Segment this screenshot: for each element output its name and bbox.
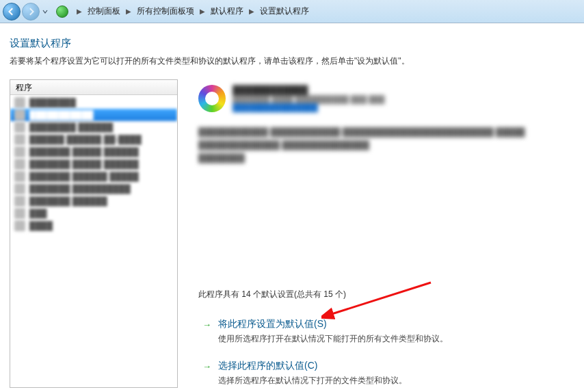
programs-header: 程序 xyxy=(10,80,177,95)
breadcrumb[interactable]: ▶ 控制面板 ▶ 所有控制面板项 ▶ 默认程序 ▶ 设置默认程序 xyxy=(72,5,310,17)
title-bar: ▶ 控制面板 ▶ 所有控制面板项 ▶ 默认程序 ▶ 设置默认程序 xyxy=(0,0,584,23)
action-list: → 将此程序设置为默认值(S) 使用所选程序打开在默认情况下能打开的所有文件类型… xyxy=(198,318,570,392)
list-item[interactable]: ████████ ██████ xyxy=(10,121,177,133)
list-item[interactable]: ███████ ██████████ xyxy=(10,183,177,195)
set-as-default-action[interactable]: → 将此程序设置为默认值(S) 使用所选程序打开在默认情况下能打开的所有文件类型… xyxy=(198,318,570,345)
content-area: 设置默认程序 若要将某个程序设置为它可以打开的所有文件类型和协议的默认程序，请单… xyxy=(0,23,584,392)
breadcrumb-item[interactable]: 控制面板 xyxy=(86,5,122,17)
arrow-right-icon: → xyxy=(202,361,211,387)
breadcrumb-item[interactable]: 默认程序 xyxy=(209,5,245,17)
app-description: ████████████ ████████████ ██████████████… xyxy=(198,126,570,166)
arrow-right-icon: → xyxy=(202,319,211,345)
defaults-count: 此程序具有 14 个默认设置(总共有 15 个) xyxy=(198,289,570,300)
programs-panel: 程序 ████████ ███████████ ████████ ██████ … xyxy=(10,79,178,388)
list-item[interactable]: ███ xyxy=(10,207,177,220)
choose-defaults-action[interactable]: → 选择此程序的默认值(C) 选择所选程序在默认情况下打开的文件类型和协议。 xyxy=(198,360,570,387)
chevron-right-icon: ▶ xyxy=(75,8,83,15)
chevron-right-icon: ▶ xyxy=(198,8,207,15)
chevron-right-icon: ▶ xyxy=(124,8,133,15)
detail-panel: ████████████ ███████ ████ ██████████ ███… xyxy=(178,79,584,392)
nav-back-button[interactable] xyxy=(3,3,21,21)
action-title: 将此程序设置为默认值(S) xyxy=(218,318,448,330)
breadcrumb-item[interactable]: 所有控制面板项 xyxy=(135,5,196,17)
list-item-selected[interactable]: ███████████ xyxy=(10,109,177,121)
chevron-right-icon: ▶ xyxy=(248,8,256,15)
action-subtitle: 选择所选程序在默认情况下打开的文件类型和协议。 xyxy=(218,375,407,387)
app-meta: ████████████ ███████ ████ ██████████ ███… xyxy=(233,85,385,112)
list-item[interactable]: ███████ █████ ██████ xyxy=(10,146,177,158)
nav-history-dropdown[interactable] xyxy=(41,3,49,21)
list-item[interactable]: ████ xyxy=(10,220,177,232)
address-icon xyxy=(56,5,68,18)
list-item[interactable]: ███████ █████ ██████ xyxy=(10,158,177,170)
list-item[interactable]: ███████ ██████ xyxy=(10,195,177,207)
breadcrumb-item[interactable]: 设置默认程序 xyxy=(258,5,310,17)
list-item[interactable]: ████████ xyxy=(10,96,177,109)
page-title: 设置默认程序 xyxy=(10,37,584,50)
nav-forward-button[interactable] xyxy=(22,3,40,21)
page-description: 若要将某个程序设置为它可以打开的所有文件类型和协议的默认程序，请单击该程序，然后… xyxy=(10,55,584,67)
action-subtitle: 使用所选程序打开在默认情况下能打开的所有文件类型和协议。 xyxy=(218,333,448,345)
app-icon xyxy=(198,85,226,112)
programs-list[interactable]: ████████ ███████████ ████████ ██████ ███… xyxy=(10,95,177,387)
list-item[interactable]: ███████ ██████ █████ xyxy=(10,170,177,183)
list-item[interactable]: ██████ ██████ ██-████ xyxy=(10,133,177,146)
action-title: 选择此程序的默认值(C) xyxy=(218,360,407,372)
detail-header: ████████████ ███████ ████ ██████████ ███… xyxy=(198,85,570,112)
